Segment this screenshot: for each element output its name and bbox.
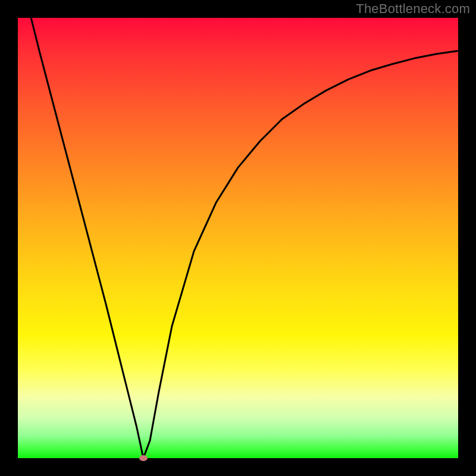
- watermark-text: TheBottleneck.com: [356, 1, 470, 17]
- curve-svg: [18, 18, 458, 458]
- chart-container: TheBottleneck.com: [0, 0, 476, 476]
- bottleneck-curve: [31, 18, 458, 458]
- minimum-marker: [139, 455, 148, 461]
- plot-area: [18, 18, 458, 458]
